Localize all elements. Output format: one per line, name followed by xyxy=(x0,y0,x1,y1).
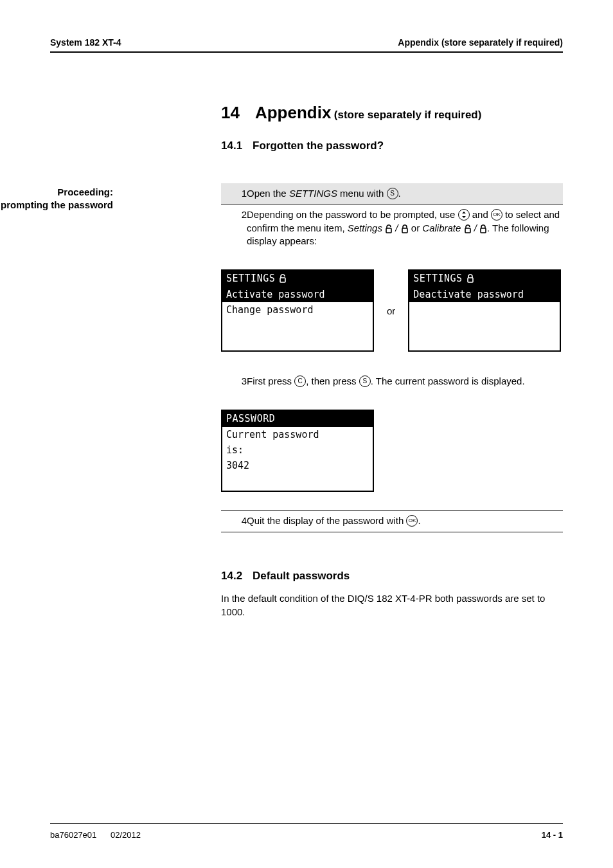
locked-icon xyxy=(466,274,474,283)
step-number: 4 xyxy=(221,511,247,532)
locked-icon xyxy=(479,224,487,233)
lcd-settings-deactivate: SETTINGS Deactivate password xyxy=(408,269,561,352)
section-title: Default passwords xyxy=(253,570,350,583)
ok-button-icon: OK xyxy=(491,209,502,221)
procedure-steps-cont: 3 First press C, then press S. The curre… xyxy=(221,371,563,392)
unlocked-icon xyxy=(279,274,287,283)
margin-label-line1: Proceeding: xyxy=(57,186,113,197)
svg-rect-4 xyxy=(280,278,285,282)
step-body: Depending on the password to be prompted… xyxy=(247,204,563,251)
lcd-password: PASSWORD Current password is: 3042 xyxy=(221,410,374,492)
step-number: 3 xyxy=(221,371,247,392)
footer-left: ba76027e01 02/2012 xyxy=(50,830,141,840)
step-number: 2 xyxy=(221,204,247,251)
lcd-line: Current password xyxy=(222,427,373,442)
s-button-icon: S xyxy=(359,375,371,387)
locked-icon xyxy=(401,224,409,233)
or-text: or xyxy=(387,305,395,316)
section-heading-14-1: 14.1 Forgotten the password? xyxy=(221,140,563,152)
procedure-steps: 1 Open the SETTINGS menu with S. 2 Depen… xyxy=(221,183,563,251)
lcd-settings-activate: SETTINGS Activate password Change passwo… xyxy=(221,269,374,352)
section-heading-14-2: 14.2 Default passwords xyxy=(221,570,563,583)
page-footer: ba76027e01 02/2012 14 - 1 xyxy=(50,823,563,840)
step-row-3: 3 First press C, then press S. The curre… xyxy=(221,371,563,392)
section-title: Forgotten the password? xyxy=(253,140,384,152)
page-header: System 182 XT-4 Appendix (store separate… xyxy=(50,37,563,53)
lcd-title: PASSWORD xyxy=(222,411,373,427)
lcd-title: SETTINGS xyxy=(409,271,560,287)
svg-rect-1 xyxy=(402,228,407,233)
margin-label: Proceeding: prompting the password xyxy=(0,186,113,212)
lcd-line: Change password xyxy=(222,302,373,318)
step-body: First press C, then press S. The current… xyxy=(247,371,563,392)
footer-page-number: 14 - 1 xyxy=(542,830,563,840)
svg-rect-0 xyxy=(386,228,391,233)
lcd-selected-line: Activate password xyxy=(222,287,373,302)
lcd-displays-row-1: SETTINGS Activate password Change passwo… xyxy=(221,269,563,352)
lcd-line: is: xyxy=(222,442,373,458)
margin-label-line2: prompting the password xyxy=(1,199,113,210)
step-body: Quit the display of the password with OK… xyxy=(247,511,563,532)
header-left: System 182 XT-4 xyxy=(50,37,121,48)
step-row-2: 2 Depending on the password to be prompt… xyxy=(221,204,563,251)
lcd-selected-line: Deactivate password xyxy=(409,287,560,302)
section-number: 14.2 xyxy=(221,570,242,583)
unlocked-icon xyxy=(385,224,393,233)
unlocked-icon xyxy=(464,224,472,233)
chapter-title: Appendix xyxy=(255,103,331,122)
header-right: Appendix (store separately if required) xyxy=(398,37,563,48)
step-row-1: 1 Open the SETTINGS menu with S. xyxy=(221,183,563,204)
default-passwords-paragraph: In the default condition of the DIQ/S 18… xyxy=(221,592,563,620)
step-row-4: 4 Quit the display of the password with … xyxy=(221,511,563,532)
svg-rect-5 xyxy=(468,278,473,282)
chapter-number: 14 xyxy=(221,103,240,123)
ok-button-icon: OK xyxy=(406,515,418,527)
c-button-icon: C xyxy=(294,375,306,387)
main-content: 14 Appendix (store separately if require… xyxy=(221,103,563,619)
svg-rect-3 xyxy=(481,228,486,233)
lcd-title: SETTINGS xyxy=(222,271,373,287)
up-down-button-icon xyxy=(458,209,470,221)
chapter-subtitle: (store separately if required) xyxy=(334,109,482,121)
step-number: 1 xyxy=(221,183,247,204)
s-button-icon: S xyxy=(387,188,398,199)
procedure-steps-cont2: 4 Quit the display of the password with … xyxy=(221,510,563,532)
lcd-line: 3042 xyxy=(222,458,373,473)
step-body: Open the SETTINGS menu with S. xyxy=(247,183,563,204)
section-number: 14.1 xyxy=(221,140,242,152)
chapter-heading: 14 Appendix (store separately if require… xyxy=(221,103,563,123)
svg-rect-2 xyxy=(465,228,470,233)
